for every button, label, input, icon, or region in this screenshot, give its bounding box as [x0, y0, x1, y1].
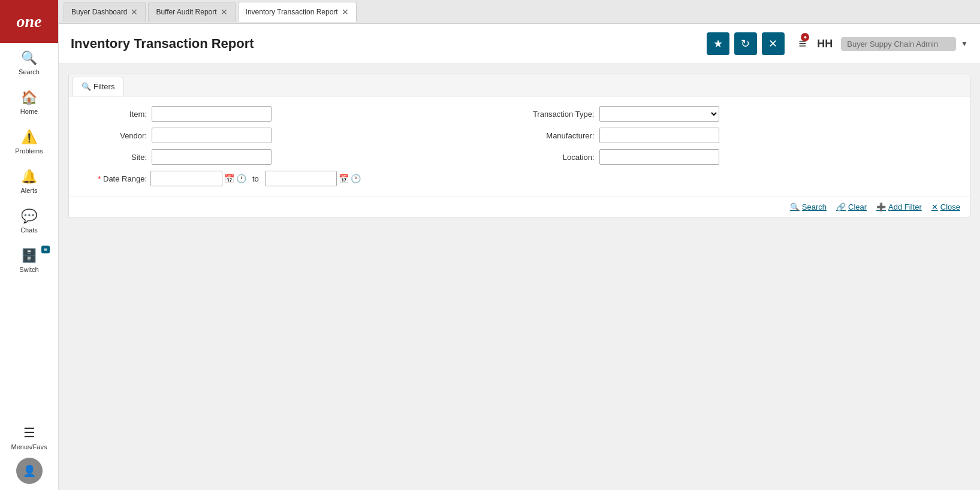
transaction-type-select[interactable]: Option 1 Option 2	[599, 106, 719, 122]
user-dropdown[interactable]: Buyer Suppy Chain Admin ▼	[841, 37, 968, 51]
filter-actions: 🔍 Search 🔗 Clear ➕ Add Filter ✕ Close	[69, 196, 970, 217]
manufacturer-input[interactable]	[599, 128, 719, 143]
filter-right-col: Transaction Type: Option 1 Option 2 Manu…	[529, 106, 958, 186]
page-title: Inventory Transaction Report	[71, 36, 254, 52]
add-filter-label: Add Filter	[888, 202, 922, 211]
tab-buyer-dashboard[interactable]: Buyer Dashboard ✕	[64, 2, 146, 22]
filter-panel: 🔍 Filters Item: Vendor:	[68, 74, 970, 218]
calendar-to-icon[interactable]: 📅	[339, 174, 349, 183]
refresh-icon: ↻	[741, 37, 750, 50]
search-button[interactable]: 🔍 Search	[790, 202, 827, 211]
sidebar-item-search[interactable]: 🔍 Search	[0, 43, 58, 83]
date-range-filter-row: Date Range: 📅 🕐 to 📅 🕐	[81, 171, 511, 186]
close-filter-label: Close	[940, 202, 960, 211]
filters-tab[interactable]: 🔍 Filters	[73, 77, 123, 96]
close-filter-icon: ✕	[931, 202, 938, 211]
tab-close-buffer-audit[interactable]: ✕	[221, 8, 228, 16]
date-range-label: Date Range:	[81, 174, 147, 183]
sidebar-item-home[interactable]: 🏠 Home	[0, 83, 58, 122]
clock-from-icon[interactable]: 🕐	[236, 174, 246, 183]
clear-icon: 🔗	[836, 202, 846, 211]
manufacturer-label: Manufacturer:	[529, 131, 595, 140]
sidebar-item-label: Chats	[20, 226, 38, 234]
tab-label: Buyer Dashboard	[71, 8, 127, 16]
filter-left-col: Item: Vendor: Site: Date Range:	[81, 106, 511, 186]
star-icon: ★	[713, 37, 723, 50]
avatar-icon: 👤	[23, 464, 36, 477]
user-avatar[interactable]: 👤	[16, 458, 43, 484]
filter-tab-bar: 🔍 Filters	[69, 74, 970, 96]
switch-badge-icon: ≡	[41, 246, 50, 253]
alerts-icon: 🔔	[21, 169, 37, 184]
main-content: Buyer Dashboard ✕ Buffer Audit Report ✕ …	[59, 0, 980, 490]
filters-tab-label: Filters	[94, 82, 114, 91]
problems-icon: ⚠️	[21, 129, 37, 145]
add-filter-button[interactable]: ➕ Add Filter	[876, 202, 922, 211]
date-from-input[interactable]	[150, 171, 222, 186]
sidebar-item-label: Menus/Favs	[11, 443, 47, 450]
logo-text: one	[17, 12, 42, 31]
vendor-filter-row: Vendor:	[81, 128, 511, 143]
tab-label: Buffer Audit Report	[156, 8, 216, 16]
date-from-group: 📅 🕐	[150, 171, 246, 186]
tab-close-inventory-transaction[interactable]: ✕	[342, 8, 349, 16]
sidebar-item-switch[interactable]: 🗄️ ≡ Switch	[0, 241, 58, 280]
close-page-button[interactable]: ✕	[762, 32, 785, 55]
home-icon: 🏠	[21, 90, 37, 105]
transaction-type-label: Transaction Type:	[529, 110, 595, 119]
item-filter-row: Item:	[81, 106, 511, 122]
sidebar-item-label: Home	[20, 108, 38, 115]
sidebar-item-label: Problems	[15, 147, 43, 155]
sidebar-item-chats[interactable]: 💬 Chats	[0, 201, 58, 241]
clear-button[interactable]: 🔗 Clear	[836, 202, 867, 211]
sidebar-item-label: Search	[19, 68, 40, 75]
close-filter-button[interactable]: ✕ Close	[931, 202, 960, 211]
user-role-label: Buyer Suppy Chain Admin	[841, 37, 956, 51]
item-input[interactable]	[152, 106, 272, 122]
refresh-button[interactable]: ↻	[734, 32, 757, 55]
vendor-input[interactable]	[152, 128, 272, 143]
menus-icon: ☰	[23, 425, 35, 441]
site-filter-row: Site:	[81, 149, 511, 165]
close-icon: ✕	[768, 37, 777, 50]
switch-icon: 🗄️	[21, 248, 37, 264]
sidebar-item-label: Alerts	[20, 187, 37, 194]
item-label: Item:	[81, 110, 147, 119]
sidebar-bottom: ☰ Menus/Favs 👤	[0, 418, 58, 490]
sidebar: one 🔍 Search 🏠 Home ⚠️ Problems 🔔 Alerts…	[0, 0, 59, 490]
dropdown-arrow-icon: ▼	[961, 40, 968, 48]
tab-label: Inventory Transaction Report	[246, 8, 338, 16]
tab-close-buyer-dashboard[interactable]: ✕	[131, 8, 138, 16]
location-input[interactable]	[599, 149, 719, 165]
sidebar-item-label: Switch	[19, 266, 38, 273]
transaction-type-filter-row: Transaction Type: Option 1 Option 2	[529, 106, 958, 122]
site-input[interactable]	[152, 149, 272, 165]
content-area: 🔍 Filters Item: Vendor:	[59, 64, 980, 490]
app-logo[interactable]: one	[0, 0, 58, 43]
user-initials: HH	[817, 38, 833, 50]
chats-icon: 💬	[21, 208, 37, 224]
menu-notification-badge: ●	[801, 33, 809, 41]
sidebar-item-alerts[interactable]: 🔔 Alerts	[0, 162, 58, 201]
tab-buffer-audit-report[interactable]: Buffer Audit Report ✕	[148, 2, 235, 22]
search-action-label: Search	[802, 202, 827, 211]
add-filter-icon: ➕	[876, 202, 886, 211]
favorite-button[interactable]: ★	[707, 32, 729, 55]
filter-grid: Item: Vendor: Site: Date Range:	[81, 106, 958, 186]
sidebar-item-menus-favs[interactable]: ☰ Menus/Favs	[0, 418, 58, 458]
calendar-from-icon[interactable]: 📅	[224, 174, 234, 183]
to-label: to	[252, 174, 259, 183]
tab-bar: Buyer Dashboard ✕ Buffer Audit Report ✕ …	[59, 0, 980, 24]
manufacturer-filter-row: Manufacturer:	[529, 128, 958, 143]
search-action-icon: 🔍	[790, 202, 800, 211]
page-header: Inventory Transaction Report ★ ↻ ✕ ≡ ● H…	[59, 24, 980, 64]
filter-icon: 🔍	[82, 82, 91, 91]
sidebar-item-problems[interactable]: ⚠️ Problems	[0, 122, 58, 162]
clock-to-icon[interactable]: 🕐	[351, 174, 361, 183]
menu-icon-wrapper[interactable]: ≡ ●	[794, 36, 807, 52]
filter-body: Item: Vendor: Site: Date Range:	[69, 96, 970, 196]
site-label: Site:	[81, 153, 147, 162]
date-to-input[interactable]	[265, 171, 337, 186]
vendor-label: Vendor:	[81, 131, 147, 140]
tab-inventory-transaction-report[interactable]: Inventory Transaction Report ✕	[238, 2, 357, 22]
